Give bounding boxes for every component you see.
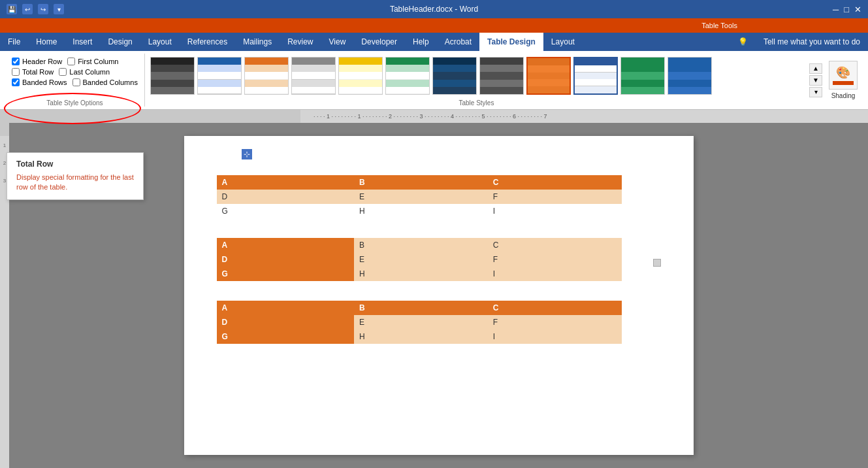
table-style-1[interactable] bbox=[150, 57, 195, 95]
last-column-input[interactable] bbox=[59, 68, 67, 76]
table-styles-grid bbox=[150, 54, 803, 98]
table-row: D E F bbox=[217, 315, 622, 329]
shading-label: Shading bbox=[831, 92, 856, 99]
table-resize-handle-1[interactable] bbox=[653, 259, 661, 267]
first-column-checkbox[interactable]: First Column bbox=[67, 58, 118, 65]
table-row: G H I bbox=[217, 267, 622, 281]
tab-review[interactable]: Review bbox=[280, 33, 321, 51]
tab-mailings[interactable]: Mailings bbox=[235, 33, 280, 51]
header-row-checkbox[interactable]: Header Row bbox=[12, 58, 62, 65]
tooltip-title: Total Row bbox=[16, 159, 134, 169]
tab-acrobat[interactable]: Acrobat bbox=[437, 33, 479, 51]
header-row-input[interactable] bbox=[12, 58, 20, 65]
window-title: TableHeader.docx - Word bbox=[390, 5, 478, 14]
table-row: D E F bbox=[217, 190, 622, 204]
tab-view[interactable]: View bbox=[321, 33, 354, 51]
tab-home[interactable]: Home bbox=[28, 33, 65, 51]
word-table-1: A B C D E F G H I bbox=[217, 175, 622, 218]
table-move-handle[interactable]: ⊹ bbox=[242, 149, 252, 159]
banded-columns-checkbox[interactable]: Banded Columns bbox=[72, 78, 138, 86]
table-style-options-section: Header Row First Column Total Row Last C… bbox=[5, 54, 145, 107]
tab-table-layout[interactable]: Layout bbox=[543, 33, 583, 51]
tooltip-description: Display special formatting for the last … bbox=[16, 173, 134, 193]
title-bar: 💾 ↩ ↪ ▾ TableHeader.docx - Word ─ □ ✕ bbox=[0, 0, 868, 18]
last-column-checkbox[interactable]: Last Column bbox=[59, 68, 110, 76]
word-table-3: A B C D E F G H I bbox=[217, 301, 622, 344]
table-tools-label: Table Tools bbox=[701, 22, 737, 29]
title-bar-left: 💾 ↩ ↪ ▾ bbox=[7, 4, 64, 14]
customize-icon[interactable]: ▾ bbox=[54, 4, 64, 14]
table-styles-label: Table Styles bbox=[150, 98, 803, 107]
table-style-9[interactable] bbox=[526, 57, 571, 95]
checkbox-row-1: Header Row First Column bbox=[12, 58, 138, 65]
maximize-icon[interactable]: □ bbox=[844, 5, 849, 14]
banded-rows-input[interactable] bbox=[12, 78, 20, 86]
table-row: A B C bbox=[217, 175, 622, 190]
table-style-4[interactable] bbox=[291, 57, 336, 95]
table-style-10[interactable] bbox=[573, 57, 618, 95]
ruler-tick-1: · · · · 1 · · · · · · · · 1 · · · · · · … bbox=[313, 113, 547, 120]
table-tools-bar: Table Tools bbox=[0, 18, 868, 33]
checkbox-group: Header Row First Column Total Row Last C… bbox=[12, 54, 138, 90]
table-style-8[interactable] bbox=[479, 57, 524, 95]
checkbox-row-2: Total Row Last Column bbox=[12, 68, 138, 76]
tab-help[interactable]: Help bbox=[405, 33, 437, 51]
scroll-more-arrow[interactable]: ▾ bbox=[809, 87, 822, 97]
checkbox-row-3: Banded Rows Banded Columns bbox=[12, 78, 138, 86]
banded-rows-checkbox[interactable]: Banded Rows bbox=[12, 78, 67, 86]
tab-table-design[interactable]: Table Design bbox=[479, 33, 543, 51]
ruler: · · · · 1 · · · · · · · · 1 · · · · · · … bbox=[0, 110, 868, 123]
close-icon[interactable]: ✕ bbox=[854, 5, 861, 14]
ruler-left bbox=[0, 110, 300, 123]
word-table-2: A B C D E F G H I bbox=[217, 238, 622, 281]
lightbulb-icon[interactable]: 💡 bbox=[730, 33, 756, 51]
table-style-3[interactable] bbox=[244, 57, 289, 95]
document-page: ⊹ A B C D E F G H I bbox=[184, 136, 694, 455]
table-style-6[interactable] bbox=[385, 57, 430, 95]
ruler-right: · · · · 1 · · · · · · · · 1 · · · · · · … bbox=[300, 110, 868, 123]
tooltip-box: Total Row Display special formatting for… bbox=[7, 152, 144, 200]
window-controls: ─ □ ✕ bbox=[833, 5, 861, 14]
ribbon-tabs: File Home Insert Design Layout Reference… bbox=[0, 33, 868, 51]
banded-columns-input[interactable] bbox=[72, 78, 80, 86]
table-row: G H I bbox=[217, 329, 622, 344]
table-row: A B C bbox=[217, 238, 622, 252]
search-tell-me[interactable]: Tell me what you want to do bbox=[756, 33, 868, 51]
scroll-down-arrow[interactable]: ▼ bbox=[809, 75, 822, 86]
shading-color-bar bbox=[833, 81, 854, 85]
styles-scroll: ▲ ▼ ▾ bbox=[808, 54, 824, 107]
tab-insert[interactable]: Insert bbox=[65, 33, 100, 51]
tab-references[interactable]: References bbox=[180, 33, 235, 51]
redo-icon[interactable]: ↪ bbox=[38, 4, 48, 14]
first-column-input[interactable] bbox=[67, 58, 75, 65]
total-row-input[interactable] bbox=[12, 68, 20, 76]
scroll-up-arrow[interactable]: ▲ bbox=[809, 63, 822, 74]
table-row: G H I bbox=[217, 204, 622, 218]
table-row: D E F bbox=[217, 252, 622, 267]
shading-section: 🎨 Shading bbox=[824, 54, 863, 107]
table-style-2[interactable] bbox=[197, 57, 242, 95]
table-style-5[interactable] bbox=[338, 57, 383, 95]
total-row-checkbox[interactable]: Total Row bbox=[12, 68, 54, 76]
table-style-11[interactable] bbox=[620, 57, 665, 95]
table-row: A B C bbox=[217, 301, 622, 315]
table-styles-section: Table Styles bbox=[145, 54, 808, 107]
shading-icon: 🎨 bbox=[836, 65, 850, 80]
undo-icon[interactable]: ↩ bbox=[22, 4, 33, 14]
tab-layout[interactable]: Layout bbox=[140, 33, 180, 51]
shading-button[interactable]: 🎨 bbox=[829, 61, 858, 90]
tab-file[interactable]: File bbox=[0, 33, 28, 51]
minimize-icon[interactable]: ─ bbox=[833, 5, 839, 14]
tab-design[interactable]: Design bbox=[100, 33, 140, 51]
ribbon-content: Header Row First Column Total Row Last C… bbox=[0, 51, 868, 110]
table-style-12[interactable] bbox=[667, 57, 712, 95]
table-style-7[interactable] bbox=[432, 57, 477, 95]
table-style-options-label: Table Style Options bbox=[12, 98, 138, 107]
save-icon[interactable]: 💾 bbox=[7, 4, 17, 14]
tab-developer[interactable]: Developer bbox=[353, 33, 405, 51]
